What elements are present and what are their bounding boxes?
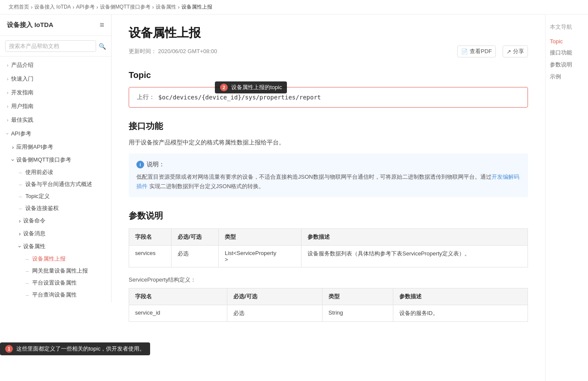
arrow-icon: › <box>10 159 16 161</box>
sidebar-item-mqtt-ref[interactable]: › 设备侧MQTT接口参考 <box>9 153 111 166</box>
sidebar-item-app-api[interactable]: › 应用侧API参考 <box>9 141 111 153</box>
share-icon: ↗ <box>507 48 511 55</box>
tooltip-text-2: 设备属性上报的topic <box>231 84 282 91</box>
dash-icon: – <box>26 292 29 298</box>
cell-type: String <box>322 305 393 321</box>
arrow-icon: › <box>7 117 9 123</box>
sidebar-item-device-props[interactable]: › 设备属性 <box>15 240 111 253</box>
col-field: 字段名 <box>129 228 172 245</box>
sidebar-item-quick-start[interactable]: › 快速入门 <box>0 72 111 86</box>
cell-desc: 设备的服务ID。 <box>393 305 528 321</box>
table-row: services 必选 List<ServiceProperty> 设备服务数据… <box>129 245 528 267</box>
breadcrumb-api[interactable]: API参考 <box>76 3 94 11</box>
breadcrumb-iotda[interactable]: 设备接入 IoTDA <box>34 3 71 11</box>
pdf-button[interactable]: 📄 查看PDF <box>457 45 496 57</box>
cell-required: 必选 <box>227 305 323 321</box>
struct-table: 字段名 必选/可选 类型 参数描述 service_id 必选 String 设… <box>129 288 528 322</box>
sidebar-item-label: 设备连接鉴权 <box>25 204 59 212</box>
sidebar-title: 设备接入 IoTDA <box>7 21 53 29</box>
toc-item-interface[interactable]: 接口功能 <box>550 47 584 59</box>
nav-section: › 产品介绍 › 快速入门 › 开发指南 › 用户指南 › 最佳实践 <box>0 57 111 303</box>
col-required: 必选/可选 <box>172 228 219 245</box>
topic-section-title: Topic <box>129 70 528 80</box>
nav-sub2-mqtt: – 使用前必读 – 设备与平台间通信方式概述 – Topic定义 – <box>9 166 111 214</box>
interface-section-title: 接口功能 <box>129 120 528 132</box>
sidebar-search-container: 🔍 <box>0 36 111 57</box>
pdf-icon: 📄 <box>461 48 468 55</box>
dash-icon: – <box>19 193 22 200</box>
dash-icon: – <box>19 169 22 176</box>
arrow-icon: › <box>12 144 14 150</box>
sidebar-item-user-guide[interactable]: › 用户指南 <box>0 99 111 113</box>
sidebar-item-device-auth[interactable]: – 设备连接鉴权 <box>15 202 111 214</box>
interface-description: 用于设备按产品模型中定义的格式将属性数据上报给平台。 <box>129 139 528 147</box>
dash-icon: – <box>19 181 22 188</box>
sidebar-item-label: 开发指南 <box>11 89 33 96</box>
sidebar-item-platform-query[interactable]: – 平台查询设备属性 <box>22 289 111 301</box>
share-label: 分享 <box>513 48 524 55</box>
dash-icon: – <box>26 268 29 274</box>
breadcrumb-props[interactable]: 设备属性 <box>156 3 176 11</box>
nav-device-items: › 设备命令 › 设备消息 › 设备属性 – <box>0 214 111 301</box>
sidebar-item-prereq[interactable]: – 使用前必读 <box>15 166 111 178</box>
breadcrumb-home[interactable]: 文档首页 <box>9 3 29 11</box>
sidebar-item-best-practice[interactable]: › 最佳实践 <box>0 113 111 127</box>
tooltip-badge-1: 1 <box>5 345 13 353</box>
sidebar-item-api-ref[interactable]: › API参考 <box>0 127 111 141</box>
sidebar-item-label: API参考 <box>11 130 31 138</box>
breadcrumb-current: 设备属性上报 <box>181 3 212 11</box>
tooltip-bubble-2: 2 设备属性上报的topic <box>215 81 287 93</box>
sidebar-item-label: 设备侧MQTT接口参考 <box>16 156 71 164</box>
pdf-label: 查看PDF <box>470 48 492 55</box>
sidebar-item-product-intro[interactable]: › 产品介绍 <box>0 58 111 72</box>
sidebar-item-gateway-batch[interactable]: – 网关批量设备属性上报 <box>22 265 111 277</box>
tooltip-badge-2: 2 <box>220 84 228 91</box>
col-type: 类型 <box>218 228 301 245</box>
toc-item-params[interactable]: 参数说明 <box>550 59 584 71</box>
breadcrumb-mqtt[interactable]: 设备侧MQTT接口参考 <box>100 3 151 11</box>
share-button[interactable]: ↗ 分享 <box>503 45 528 57</box>
sidebar-item-label: 设备命令 <box>23 217 45 225</box>
sidebar-item-label: 快速入门 <box>11 75 33 83</box>
toc-title: 本文导航 <box>550 23 584 31</box>
right-toc: 本文导航 Topic 接口功能 参数说明 示例 <box>545 15 588 381</box>
search-icon[interactable]: 🔍 <box>99 43 106 50</box>
info-text2: 实现二进制数据到平台定义JSON格式的转换。 <box>148 183 264 189</box>
sidebar-item-comm-overview[interactable]: – 设备与平台间通信方式概述 <box>15 178 111 190</box>
sidebar: 设备接入 IoTDA ≡ 🔍 › 产品介绍 › 快速入门 › <box>0 15 112 303</box>
cell-field: services <box>129 245 172 267</box>
sidebar-item-label: Topic定义 <box>25 192 49 200</box>
col-desc: 参数描述 <box>302 228 528 245</box>
sidebar-item-device-cmd[interactable]: › 设备命令 <box>15 214 111 227</box>
sidebar-item-dev-guide[interactable]: › 开发指南 <box>0 86 111 99</box>
topic-code: $oc/devices/{device_id}/sys/properties/r… <box>158 94 321 101</box>
search-input[interactable] <box>5 40 96 52</box>
sidebar-item-label: 设备与平台间通信方式概述 <box>25 180 92 188</box>
cell-type: List<ServiceProperty> <box>218 245 301 267</box>
sidebar-item-label: 平台查询设备属性 <box>32 291 77 299</box>
sidebar-item-label: 设备消息 <box>23 230 45 237</box>
sidebar-item-platform-set[interactable]: – 平台设置设备属性 <box>22 277 111 289</box>
toc-item-topic[interactable]: Topic <box>550 36 584 47</box>
toc-item-example[interactable]: 示例 <box>550 71 584 83</box>
sidebar-item-device-msg[interactable]: › 设备消息 <box>15 227 111 240</box>
menu-icon[interactable]: ≡ <box>100 21 104 30</box>
sidebar-item-topic-def[interactable]: – Topic定义 <box>15 190 111 202</box>
info-icon: i <box>136 161 144 168</box>
params-table: 字段名 必选/可选 类型 参数描述 services 必选 List<Servi… <box>129 228 528 267</box>
arrow-icon: › <box>5 133 10 135</box>
info-box: i 说明： 低配置目资源受限或者对网络流量有要求的设备，不适合直接构造JSON数… <box>129 153 528 197</box>
breadcrumb: 文档首页 › 设备接入 IoTDA › API参考 › 设备侧MQTT接口参考 … <box>0 0 588 15</box>
page-title: 设备属性上报 <box>129 25 528 41</box>
nav-sub-api: › 应用侧API参考 › 设备侧MQTT接口参考 – 使用前必读 <box>0 141 111 214</box>
params-section-title: 参数说明 <box>129 210 528 222</box>
topic-box: 2 设备属性上报的topic 上行： $oc/devices/{device_i… <box>129 87 528 108</box>
struct-col-desc: 参数描述 <box>393 288 528 305</box>
sidebar-item-label: 平台设置设备属性 <box>32 279 77 287</box>
tooltip-text-1: 这些里面都定义了一些相关的topic，供开发者使用。 <box>16 345 145 353</box>
arrow-icon: › <box>19 218 21 224</box>
params-table-wrap: 字段名 必选/可选 类型 参数描述 services 必选 List<Servi… <box>129 228 528 267</box>
table-row: service_id 必选 String 设备的服务ID。 <box>129 305 528 321</box>
sidebar-item-props-report[interactable]: – 设备属性上报 <box>22 253 111 265</box>
sidebar-item-label: 最佳实践 <box>11 116 33 124</box>
